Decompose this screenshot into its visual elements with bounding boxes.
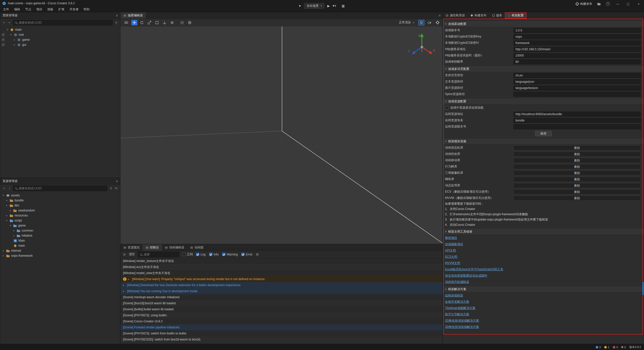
solution-link[interactable]: 全栈开发解决方案 [445, 299, 469, 305]
asset-node-row[interactable]: ▸ internal [0, 248, 120, 253]
property-input[interactable] [513, 73, 641, 78]
delete-module-button[interactable]: 删除 [513, 152, 641, 157]
console-log-row[interactable]: ! [Scene] meshopt wasm decoder initializ… [120, 294, 442, 300]
minimize-button[interactable]: — [615, 2, 620, 6]
filter-checkbox[interactable] [196, 253, 199, 256]
property-input[interactable] [513, 118, 641, 123]
section-header-language[interactable]: ▾ 游戏多语言配置 [443, 66, 644, 72]
inspector-tab[interactable]: 属性检查器 [443, 12, 468, 19]
delete-module-button[interactable]: 删除 [513, 183, 641, 188]
menu-item[interactable]: 文件 [1, 7, 12, 12]
toggle-2d3d-button[interactable]: 3D [123, 20, 130, 25]
tree-caret-icon[interactable]: ▾ [6, 219, 10, 222]
scene-select[interactable]: 当前场景 ▾ [304, 3, 325, 9]
error-count-chip[interactable]: 0 [613, 346, 618, 349]
section-header-basic[interactable]: ▾ 游戏基础配置 [443, 21, 644, 27]
asset-node-row[interactable]: ▸ bundle [0, 198, 120, 203]
assets-search-input[interactable] [18, 187, 105, 190]
doc-link[interactable]: MVVM文档 [445, 260, 460, 266]
property-input[interactable] [513, 124, 641, 129]
tree-caret-icon[interactable]: ▾ [7, 28, 10, 31]
coordinate-toggle-icon[interactable] [187, 20, 193, 25]
tree-caret-icon[interactable]: ▸ [6, 214, 10, 217]
scrollbar-thumb[interactable] [642, 282, 643, 295]
property-input[interactable] [513, 40, 641, 46]
console-log-row[interactable]: ! ▸ [Window] [Vue warn]: Property "onInp… [120, 276, 442, 282]
doc-link[interactable]: 游戏模板项目 [445, 241, 463, 247]
panel-menu-icon[interactable]: ≡ [116, 180, 118, 183]
menu-item[interactable]: 项目 [34, 7, 45, 12]
expand-caret-icon[interactable]: ▸ [123, 284, 127, 286]
render-mode-select[interactable]: 正常渲染 ▾ [396, 20, 416, 25]
console-log-row[interactable]: ! [Scene] Cocos Creator v3.8.2 [120, 318, 442, 324]
doc-link[interactable]: 动画状态机编辑器 [445, 279, 469, 285]
section-header-docs[interactable]: ▾ 框架文档工具链接 [443, 228, 644, 235]
remote-load-checkbox[interactable] [445, 106, 448, 109]
filter-checkbox[interactable] [241, 253, 245, 256]
asset-node-row[interactable]: ▾ assets [0, 193, 120, 198]
hierarchy-node-row[interactable]: ▾ main [0, 27, 120, 32]
delete-module-button[interactable]: 删除 [513, 196, 641, 201]
snap-tool-icon[interactable] [169, 20, 175, 25]
layout-grid-icon[interactable]: ▦ [342, 4, 345, 8]
solution-link[interactable]: 2D角色扮演游戏解决方案 [445, 318, 479, 324]
sort-icon[interactable]: ↕ [8, 187, 11, 190]
task-count-chip[interactable]: 0 [621, 346, 626, 349]
viewport-settings-gear-icon[interactable] [434, 20, 440, 25]
tree-caret-icon[interactable]: ▸ [6, 204, 10, 207]
console-tab[interactable]: ▤ 动画编辑器 [162, 244, 187, 251]
console-log-row[interactable]: ! [Window] render_texture文件夹不存在 [120, 258, 442, 264]
property-input[interactable] [513, 28, 641, 33]
delete-module-button[interactable]: 删除 [513, 164, 641, 169]
log-filter[interactable]: Log [196, 253, 206, 256]
menu-item[interactable]: 面板 [45, 7, 56, 12]
section-header-solutions[interactable]: ▾ 框架解决方案 [443, 286, 644, 292]
panel-menu-icon[interactable]: ≡ [116, 14, 118, 17]
solution-link[interactable]: 新手引导解决方案 [445, 311, 469, 318]
step-button[interactable] [333, 4, 336, 7]
scene-editor-tab[interactable]: ▤ 场景编辑器 [120, 12, 146, 19]
filter-checkbox[interactable] [209, 253, 212, 256]
regex-toggle[interactable]: 正则 [182, 252, 193, 256]
tree-caret-icon[interactable]: ▾ [10, 224, 13, 227]
menu-item[interactable]: 开发者 [67, 7, 81, 12]
open-log-file-icon[interactable]: ▤ [256, 253, 259, 256]
log-filter[interactable]: Info [209, 253, 219, 256]
preview-device-icon[interactable] [299, 5, 301, 7]
filter-icon[interactable]: ≡ [109, 187, 113, 190]
inspector-tab[interactable]: 服务 [489, 12, 505, 19]
rotate-tool-icon[interactable] [139, 20, 145, 25]
move-tool-icon[interactable] [131, 20, 137, 25]
play-button[interactable]: ▶ [327, 4, 330, 8]
console-log-row[interactable]: ! [Scene] [box2d]:box2d wasm lib loaded. [120, 300, 442, 306]
maximize-button[interactable]: ▢ [625, 2, 631, 6]
log-filter[interactable]: Error [241, 253, 253, 256]
info-count-chip[interactable]: 3 [596, 346, 601, 349]
doc-link[interactable]: ECS文档 [445, 254, 457, 260]
solution-link[interactable]: Tiledmap地图解决方案 [445, 305, 475, 311]
tree-caret-icon[interactable]: ▸ [14, 38, 17, 41]
delete-module-button[interactable]: 删除 [513, 158, 641, 163]
hierarchy-node-row[interactable]: ▾ root [0, 32, 120, 37]
lock-icon[interactable] [2, 34, 4, 36]
delete-module-button[interactable]: 删除 [513, 189, 641, 194]
solution-link[interactable]: 3D角色扮演游戏解决方案 [445, 324, 479, 330]
tree-caret-icon[interactable]: ▾ [3, 194, 6, 197]
inspector-tab[interactable]: 框架配置 [505, 12, 527, 19]
property-input[interactable] [513, 112, 641, 117]
delete-module-button[interactable]: 删除 [513, 170, 641, 176]
save-button[interactable]: 保存 [535, 131, 552, 136]
add-asset-button[interactable]: + [2, 187, 6, 190]
build-publish-button[interactable]: 构建发布 [576, 2, 592, 6]
asset-node-row[interactable]: ▸ resources [0, 213, 120, 218]
console-tab[interactable]: ▤ 控制台 [143, 244, 162, 251]
menu-item[interactable]: 节点 [23, 7, 34, 12]
asset-node-row[interactable]: ▾ script [0, 218, 120, 223]
asset-node-row[interactable]: ▸ oops-framework [0, 253, 120, 258]
scene-viewport[interactable]: Y X Z [120, 26, 442, 244]
property-input[interactable] [513, 53, 641, 58]
light-toggle-icon[interactable] [418, 20, 424, 25]
console-log-row[interactable]: ! ▸ [Window] Download the Vue Devtools e… [120, 282, 442, 288]
menu-item[interactable]: 帮助 [81, 7, 92, 12]
menu-item[interactable]: 扩展 [56, 7, 67, 12]
